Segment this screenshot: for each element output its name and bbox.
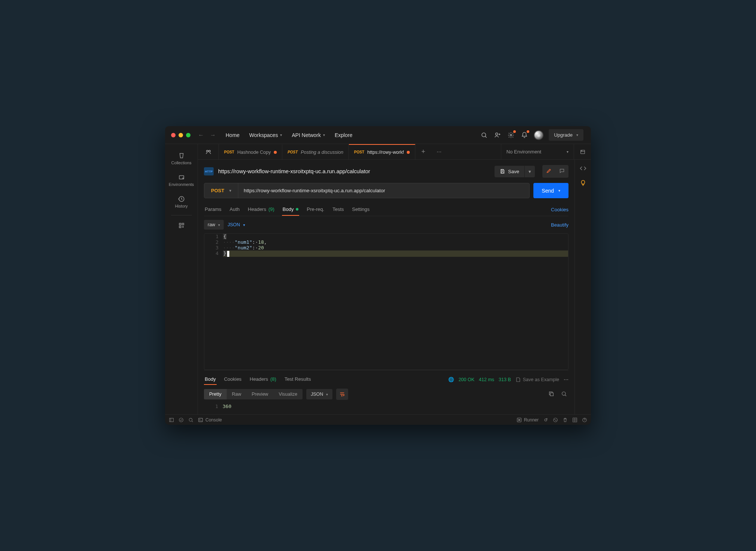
save-dropdown[interactable]: ▾ (524, 166, 535, 177)
sidebar-environments[interactable]: Environments (165, 169, 198, 191)
nav-api-network[interactable]: API Network▾ (288, 130, 329, 140)
new-tab-button[interactable]: + (415, 144, 431, 159)
settings-icon[interactable] (507, 131, 515, 139)
grid-add-icon (178, 222, 185, 229)
tabs-more-button[interactable]: ⋯ (431, 144, 447, 159)
find-icon[interactable] (188, 417, 193, 423)
request-body-editor[interactable]: 1{ 2····"num1":·18, 3····"num2":·20 4} (204, 233, 568, 370)
tab-body[interactable]: Body (282, 203, 300, 216)
hint-icon[interactable] (580, 180, 586, 187)
tab-params[interactable]: Params (204, 203, 222, 216)
tab-headers[interactable]: Headers (9) (247, 203, 275, 216)
view-preview[interactable]: Preview (247, 389, 273, 399)
search-icon[interactable] (480, 131, 488, 139)
svg-rect-30 (199, 418, 203, 421)
sidebar-toggle-icon[interactable] (169, 417, 174, 423)
back-button[interactable]: ← (196, 130, 205, 140)
url-input[interactable] (238, 183, 529, 198)
layout-icon[interactable] (572, 417, 577, 423)
copy-response-icon[interactable] (547, 389, 556, 399)
resp-tab-testresults[interactable]: Test Results (284, 374, 312, 385)
tab-hashnode[interactable]: POST Hashnode Copy (219, 144, 282, 159)
beautify-button[interactable]: Beautify (551, 222, 568, 228)
sidebar-add[interactable] (165, 218, 198, 233)
forward-button[interactable]: → (208, 130, 217, 140)
method-label: POST (211, 188, 224, 193)
sync-icon[interactable] (179, 417, 184, 423)
collections-icon (178, 152, 185, 159)
response-type-select[interactable]: JSON▾ (306, 389, 332, 399)
cookies-icon[interactable] (553, 417, 558, 423)
body-language-select[interactable]: JSON▾ (227, 222, 245, 227)
tab-body-label: Body (283, 206, 294, 212)
globe-icon[interactable]: 🌐 (448, 377, 454, 382)
environment-select[interactable]: No Environment ▾ (501, 144, 574, 159)
nav-home[interactable]: Home (222, 130, 243, 140)
response-tabs: Body Cookies Headers (8) Test Results 🌐 … (204, 370, 568, 385)
environment-quicklook[interactable] (574, 144, 591, 159)
invite-icon[interactable] (493, 131, 502, 139)
sidebar-history[interactable]: History (165, 191, 198, 213)
save-example-button[interactable]: Save as Example (515, 377, 559, 382)
tab-prereq[interactable]: Pre-req. (306, 203, 325, 216)
resp-tab-cookies[interactable]: Cookies (223, 374, 242, 385)
response-time: 412 ms (479, 377, 494, 382)
tab-rowy[interactable]: POST https://rowy-workf (349, 144, 415, 159)
chevron-down-icon: ▾ (567, 150, 568, 154)
history-icon (178, 196, 185, 202)
console-button[interactable]: Console (198, 417, 222, 423)
svg-point-36 (556, 420, 556, 420)
tab-method: POST (354, 150, 364, 154)
more-icon[interactable]: ⋯ (564, 377, 568, 382)
body-mode-select[interactable]: raw▾ (204, 220, 224, 230)
code-icon[interactable] (580, 165, 586, 173)
svg-point-15 (208, 150, 210, 152)
method-select[interactable]: POST▾ (204, 183, 238, 198)
nav-explore[interactable]: Explore (331, 130, 356, 140)
capture-icon[interactable] (543, 417, 548, 423)
maximize-window[interactable] (186, 133, 190, 137)
user-avatar[interactable]: ◉ (534, 130, 543, 140)
trash-icon[interactable] (563, 417, 568, 423)
tab-discussion[interactable]: POST Posting a discussion (282, 144, 349, 159)
nav-workspaces[interactable]: Workspaces▾ (245, 130, 286, 140)
tab-auth[interactable]: Auth (229, 203, 241, 216)
svg-point-14 (206, 150, 208, 152)
tab-settings[interactable]: Settings (351, 203, 371, 216)
save-button[interactable]: Save (495, 166, 524, 177)
view-raw[interactable]: Raw (227, 389, 247, 399)
view-visualize[interactable]: Visualize (273, 389, 303, 399)
cookies-link[interactable]: Cookies (551, 204, 568, 215)
tabs-row: POST Hashnode Copy POST Posting a discus… (198, 144, 591, 160)
resp-tab-headers[interactable]: Headers (8) (249, 374, 277, 385)
wrap-lines-button[interactable] (336, 389, 348, 400)
response-body[interactable]: 1360 (204, 404, 568, 409)
search-response-icon[interactable] (560, 389, 568, 399)
right-gutter (574, 160, 591, 414)
sidebar-collections[interactable]: Collections (165, 148, 198, 169)
close-window[interactable] (171, 133, 176, 137)
svg-point-5 (510, 134, 512, 136)
workspace-switcher[interactable] (198, 144, 219, 159)
minimize-window[interactable] (179, 133, 183, 137)
runner-button[interactable]: Runner (517, 417, 539, 423)
view-pretty[interactable]: Pretty (204, 389, 227, 399)
response-meta: 🌐 200 OK 412 ms 313 B Save as Example ⋯ (448, 377, 568, 382)
edit-button[interactable] (542, 165, 555, 178)
svg-line-24 (565, 395, 566, 396)
comment-button[interactable] (555, 165, 568, 178)
notifications-icon[interactable] (520, 131, 529, 139)
send-button[interactable]: Send▾ (533, 183, 568, 198)
titlebar-icons: ◉ Upgrade▾ (480, 129, 583, 141)
svg-point-18 (581, 150, 582, 151)
sidebar-divider (171, 215, 192, 215)
code-value: 20 (258, 245, 264, 250)
svg-line-1 (485, 136, 487, 138)
upgrade-button[interactable]: Upgrade▾ (549, 129, 583, 141)
chevron-down-icon: ▾ (229, 189, 231, 193)
help-icon[interactable] (582, 417, 587, 423)
tab-tests[interactable]: Tests (332, 203, 344, 216)
resp-tab-body[interactable]: Body (204, 374, 217, 385)
tab-headers-label: Headers (248, 206, 266, 212)
sidebar: Collections Environments History (165, 144, 198, 414)
